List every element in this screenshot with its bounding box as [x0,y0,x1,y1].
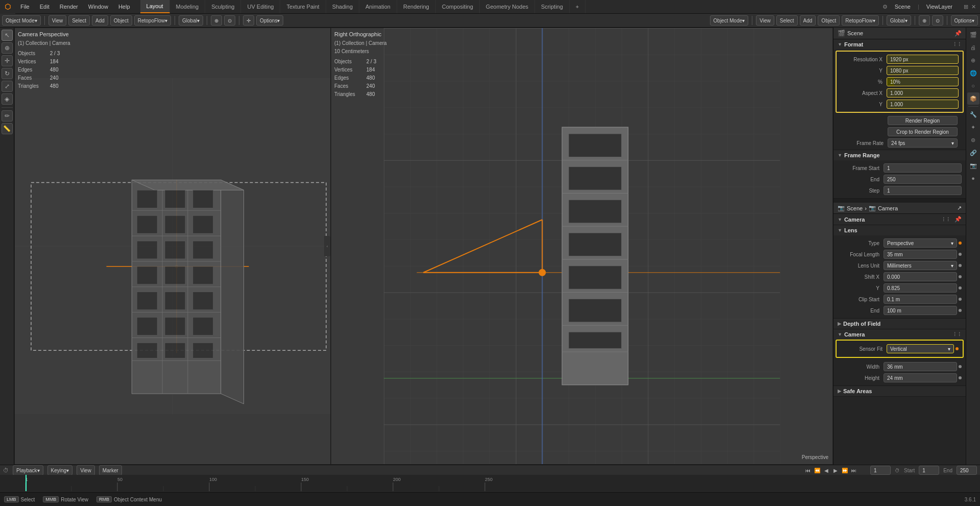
step-forward-btn[interactable]: ⏩ [841,466,849,474]
view-menu-r[interactable]: View [756,15,774,26]
lens-unit-dropdown[interactable]: Millimeters ▾ [884,261,957,270]
lens-section-header[interactable]: ▼ Lens [834,225,966,235]
snap-icons-r[interactable]: ⊕ [919,15,930,26]
measure-tool[interactable]: 📏 [2,123,13,134]
proportional-btn[interactable]: ⊙ [224,15,235,26]
annotate-tool[interactable]: ✏ [2,110,13,122]
output-icon-btn[interactable]: 🖨 [967,41,979,54]
scene-icon-btn[interactable]: 🌐 [967,67,979,79]
clip-start-field[interactable]: 0.1 m [884,295,957,304]
select-tool[interactable]: ↖ [2,30,13,41]
physics-icon-btn[interactable]: ⊚ [967,134,979,146]
frame-end-field[interactable]: 250 [884,175,962,184]
options-btn[interactable]: Options ▾ [256,15,283,26]
view-menu[interactable]: View [48,15,67,26]
menu-render[interactable]: Render [55,0,83,13]
timeline-view-btn[interactable]: View [77,465,95,475]
add-menu[interactable]: Add [92,15,108,26]
object-mode-btn[interactable]: Object Mode ▾ [2,15,41,26]
marker-btn[interactable]: Marker [99,465,122,475]
select-menu-r[interactable]: Select [776,15,798,26]
shift-x-field[interactable]: 0.000 [884,272,957,281]
shift-y-field[interactable]: 0.825 [884,283,957,293]
clip-end-field[interactable]: 100 m [884,306,957,315]
jump-end-btn[interactable]: ⏭ [850,466,858,474]
crop-region-btn[interactable]: Crop to Render Region [888,127,958,136]
object-mode-btn-r[interactable]: Object Mode ▾ [710,15,749,26]
current-frame-field[interactable]: 1 [870,466,891,475]
sensor-width-field[interactable]: 36 mm [884,362,957,371]
material-icon-btn[interactable]: ● [967,172,979,184]
frame-start-field[interactable]: 1 [884,163,962,173]
global-btn[interactable]: Global ▾ [179,15,203,26]
lens-type-dropdown[interactable]: Perspective ▾ [884,238,957,248]
cursor-tool[interactable]: ⊕ [2,42,13,54]
focal-length-field[interactable]: 35 mm [884,250,957,259]
resolution-x-field[interactable]: 1920 px [887,55,959,64]
keying-btn[interactable]: Keying ▾ [47,465,73,475]
timeline-ruler[interactable]: 1 50 100 150 200 250 [0,476,980,492]
view-layer-icon-btn[interactable]: ⊕ [967,54,979,66]
tab-uv-editing[interactable]: UV Editing [241,0,280,13]
tab-compositing[interactable]: Compositing [436,0,480,13]
tab-shading[interactable]: Shading [326,0,359,13]
rotate-tool[interactable]: ↻ [2,68,13,79]
resolution-y-field[interactable]: 1080 px [887,66,959,75]
sensor-height-field[interactable]: 24 mm [884,373,957,382]
viewport-camera[interactable]: Camera Perspective (1) Collection | Came… [14,28,331,465]
frame-step-field[interactable]: 1 [884,186,962,195]
transform-tool[interactable]: ◈ [2,93,13,105]
format-section-header[interactable]: ▼ Format ⋮⋮ [834,39,966,50]
global-btn-r[interactable]: Global ▾ [887,15,911,26]
tab-texture-paint[interactable]: Texture Paint [280,0,326,13]
add-menu-r[interactable]: Add [800,15,816,26]
world-icon-btn[interactable]: ○ [967,80,979,92]
object-menu-r[interactable]: Object [818,15,840,26]
camera-pin-icon[interactable]: 📌 [954,216,962,223]
panel-pin-icon[interactable]: 📌 [954,30,962,37]
dof-section-header[interactable]: ▶ Depth of Field [834,319,966,329]
playback-btn[interactable]: Playback ▾ [13,465,43,475]
sensor-fit-dropdown[interactable]: Vertical ▾ [887,344,954,353]
object-data-icon-btn[interactable]: 📷 [967,159,979,172]
safe-areas-header[interactable]: ▶ Safe Areas [834,386,966,396]
tab-modeling[interactable]: Modeling [170,0,206,13]
frame-range-header[interactable]: ▼ Frame Range [834,150,966,160]
jump-start-btn[interactable]: ⏮ [804,466,812,474]
camera-panel-pin[interactable]: ↗ [957,205,962,211]
object-props-icon-btn[interactable]: 📦 [967,92,979,105]
select-menu[interactable]: Select [68,15,90,26]
tab-geometry-nodes[interactable]: Geometry Nodes [480,0,535,13]
menu-help[interactable]: Help [113,0,135,13]
frame-rate-dropdown[interactable]: 24 fps ▾ [888,138,958,148]
tab-layout[interactable]: Layout [140,0,170,13]
aspect-y-field[interactable]: 1.000 [887,100,959,109]
move-btn[interactable]: ✛ [243,15,254,26]
particles-icon-btn[interactable]: ✦ [967,121,979,133]
view-layer[interactable]: ViewLayer [922,4,957,10]
retopo-btn[interactable]: RetopoFlow ▾ [134,15,171,26]
render-region-btn[interactable]: Render Region [888,116,958,125]
play-back-btn[interactable]: ◀ [822,466,830,474]
menu-edit[interactable]: Edit [35,0,55,13]
blender-logo[interactable]: ⬡ [0,0,15,14]
end-frame-field[interactable]: 250 [957,466,977,475]
scene-name[interactable]: Scene [891,4,915,10]
play-btn[interactable]: ▶ [831,466,840,474]
move-tool[interactable]: ✛ [2,55,13,66]
proportional-btn-r[interactable]: ⊙ [932,15,943,26]
scale-tool[interactable]: ⤢ [2,81,13,92]
camera-sub-header[interactable]: ▼ Camera ⋮⋮ [834,329,966,340]
options-btn-r[interactable]: Options ▾ [951,15,978,26]
object-menu[interactable]: Object [110,15,132,26]
tab-sculpting[interactable]: Sculpting [205,0,241,13]
camera-section-header[interactable]: ▼ Camera ⋮⋮ 📌 [834,214,966,225]
tab-rendering[interactable]: Rendering [397,0,436,13]
render-icon-btn[interactable]: 🎬 [967,29,979,41]
collapse-left-btn[interactable]: ‹ [324,236,330,256]
percent-field[interactable]: 10% [887,77,959,86]
tab-animation[interactable]: Animation [359,0,397,13]
retopo-btn-r[interactable]: RetopoFlow ▾ [842,15,878,26]
viewport-right[interactable]: Right Orthographic (1) Collection | Came… [331,28,833,465]
tab-scripting[interactable]: Scripting [535,0,570,13]
